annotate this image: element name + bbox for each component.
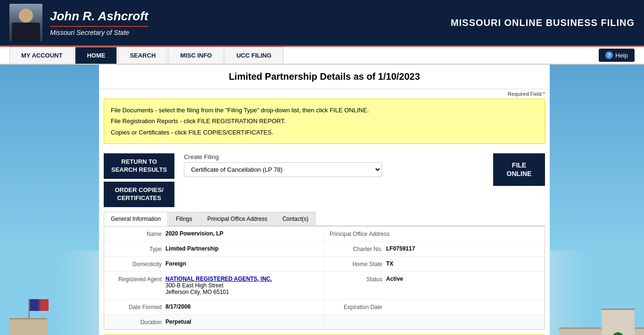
table-row: Name 2020 Powervision, LP Principal Offi… bbox=[104, 226, 545, 242]
portrait bbox=[9, 4, 42, 42]
table-row: Duration Perpetual bbox=[104, 315, 545, 329]
status-label: Status bbox=[330, 276, 386, 295]
return-to-search-button[interactable]: RETURN TO SEARCH RESULTS bbox=[104, 153, 174, 179]
help-icon: ? bbox=[605, 51, 613, 59]
table-row: Registered Agent NATIONAL REGISTERED AGE… bbox=[104, 272, 545, 300]
date-formed-label: Date Formed bbox=[109, 303, 165, 310]
site-title-section: MISSOURI ONLINE BUSINESS FILING bbox=[451, 17, 635, 28]
header-divider bbox=[50, 26, 148, 27]
order-copies-button[interactable]: ORDER COPIES/ CERTIFICATES bbox=[104, 182, 174, 207]
home-state-label: Home State bbox=[330, 260, 386, 268]
right-background bbox=[550, 65, 644, 335]
registered-agent-label: Registered Agent bbox=[109, 276, 165, 295]
registered-agent-address1: 300-B East High Street bbox=[165, 282, 272, 289]
header-name-section: John R. Ashcroft Missouri Secretary of S… bbox=[50, 9, 148, 36]
table-row: Date Formed 8/17/2006 Expiration Date bbox=[104, 300, 545, 315]
required-note: Required Field * bbox=[99, 89, 550, 99]
charter-no-label: Charter No. bbox=[330, 245, 386, 252]
help-button[interactable]: ? Help bbox=[599, 49, 635, 62]
table-row: Type Limited Partnership Charter No. LF0… bbox=[104, 242, 545, 257]
tab-filings[interactable]: Filings bbox=[169, 212, 199, 226]
table-row: Domesticity Foreign Home State TX bbox=[104, 257, 545, 272]
page-title: Limited Partnership Details as of 1/10/2… bbox=[108, 71, 540, 82]
info-line1: File Documents - select the filing from … bbox=[111, 105, 538, 116]
nav-misc-info[interactable]: MISC INFO bbox=[168, 47, 223, 64]
status-value: Active bbox=[386, 276, 403, 295]
domesticity-value: Foreign bbox=[165, 260, 186, 268]
info-line2: File Registration Reports - click FILE R… bbox=[111, 116, 538, 126]
action-buttons: RETURN TO SEARCH RESULTS ORDER COPIES/ C… bbox=[104, 153, 174, 207]
nav-ucc-filing[interactable]: UCC FILING bbox=[224, 47, 283, 64]
secretary-name: John R. Ashcroft bbox=[50, 9, 148, 24]
info-box: File Documents - select the filing from … bbox=[104, 99, 545, 144]
center-content: Limited Partnership Details as of 1/10/2… bbox=[99, 65, 550, 335]
left-background bbox=[0, 65, 99, 335]
duration-label: Duration bbox=[109, 318, 165, 326]
type-value: Limited Partnership bbox=[165, 245, 219, 252]
tabs-bar: General Information Filings Principal Of… bbox=[104, 212, 545, 226]
expiration-date-label: Expiration Date bbox=[330, 303, 386, 310]
nav-my-account[interactable]: MY ACCOUNT bbox=[9, 47, 74, 64]
tab-general-information[interactable]: General Information bbox=[104, 212, 168, 226]
nav-search[interactable]: SEARCH bbox=[118, 47, 167, 64]
principal-office-label: Principal Office Address bbox=[330, 230, 393, 237]
type-label: Type bbox=[109, 245, 165, 252]
action-bar: RETURN TO SEARCH RESULTS ORDER COPIES/ C… bbox=[99, 149, 550, 212]
domesticity-label: Domesticity bbox=[109, 260, 165, 268]
site-title: MISSOURI ONLINE BUSINESS FILING bbox=[451, 17, 635, 28]
file-online-button[interactable]: FILE ONLINE bbox=[493, 153, 545, 185]
required-star: * bbox=[543, 91, 545, 97]
create-filing-label: Create Filing bbox=[184, 153, 484, 160]
filing-type-select[interactable]: Certificate of Cancellation (LP 78) bbox=[184, 162, 382, 177]
nav-home[interactable]: HOME bbox=[75, 47, 117, 64]
details-table: Name 2020 Powervision, LP Principal Offi… bbox=[104, 226, 545, 330]
registered-agent-info: NATIONAL REGISTERED AGENTS, INC. 300-B E… bbox=[165, 276, 272, 295]
home-state-value: TX bbox=[386, 260, 393, 268]
info-line3: Copies or Certificates - click FILE COPI… bbox=[111, 127, 538, 138]
date-formed-value: 8/17/2006 bbox=[165, 303, 190, 310]
name-value: 2020 Powervision, LP bbox=[165, 230, 223, 237]
create-filing-section: Create Filing Certificate of Cancellatio… bbox=[179, 153, 488, 177]
navbar: MY ACCOUNT HOME SEARCH MISC INFO UCC FIL… bbox=[0, 45, 644, 65]
main-wrapper: Limited Partnership Details as of 1/10/2… bbox=[0, 65, 644, 335]
registered-agent-address2: Jefferson City, MO 65101 bbox=[165, 289, 272, 295]
tab-contacts[interactable]: Contact(s) bbox=[275, 212, 315, 226]
secretary-title: Missouri Secretary of State bbox=[50, 29, 148, 36]
page-title-bar: Limited Partnership Details as of 1/10/2… bbox=[99, 65, 550, 89]
registered-agent-name[interactable]: NATIONAL REGISTERED AGENTS, INC. bbox=[165, 276, 272, 282]
duration-value: Perpetual bbox=[165, 318, 191, 326]
name-label: Name bbox=[109, 230, 165, 237]
tab-principal-office-address[interactable]: Principal Office Address bbox=[200, 212, 274, 226]
charter-no-value: LF0759117 bbox=[386, 245, 415, 252]
